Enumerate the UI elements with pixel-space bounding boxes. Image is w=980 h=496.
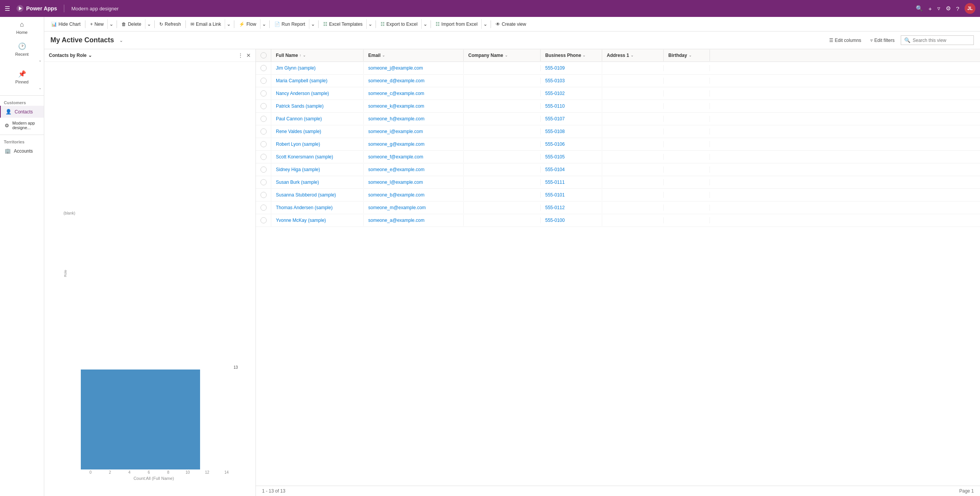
col-header-fullname[interactable]: Full Name ↑ ⌄ xyxy=(271,50,364,61)
row-radio-cell[interactable] xyxy=(256,62,271,74)
cell-email[interactable]: someone_f@example.com xyxy=(364,151,464,163)
cell-fullname[interactable]: Rene Valdes (sample) xyxy=(271,126,364,137)
new-dropdown[interactable]: ⌄ xyxy=(107,19,115,29)
row-radio[interactable] xyxy=(260,179,267,185)
cell-phone[interactable]: 555-0102 xyxy=(541,88,602,99)
help-icon[interactable]: ? xyxy=(956,5,959,12)
header-radio[interactable] xyxy=(260,52,267,58)
cell-email[interactable]: someone_k@example.com xyxy=(364,100,464,112)
cell-phone[interactable]: 555-0106 xyxy=(541,138,602,150)
row-radio[interactable] xyxy=(260,205,267,211)
chart-bar[interactable] xyxy=(81,370,200,469)
row-radio-cell[interactable] xyxy=(256,75,271,87)
add-icon[interactable]: + xyxy=(928,5,932,12)
cell-phone[interactable]: 555-0100 xyxy=(541,215,602,226)
hamburger-icon[interactable]: ☰ xyxy=(5,5,10,12)
cell-email[interactable]: someone_b@example.com xyxy=(364,189,464,201)
row-radio[interactable] xyxy=(260,65,267,71)
cell-email[interactable]: someone_i@example.com xyxy=(364,126,464,137)
refresh-button[interactable]: ↻ Refresh xyxy=(156,20,184,29)
row-radio-cell[interactable] xyxy=(256,113,271,125)
filter-icon[interactable]: ▿ xyxy=(937,5,940,12)
cell-phone[interactable]: 555-0105 xyxy=(541,151,602,163)
cell-fullname[interactable]: Paul Cannon (sample) xyxy=(271,113,364,125)
run-report-dropdown[interactable]: ⌄ xyxy=(309,19,317,29)
cell-fullname[interactable]: Patrick Sands (sample) xyxy=(271,100,364,112)
cell-fullname[interactable]: Susan Burk (sample) xyxy=(271,176,364,188)
row-radio[interactable] xyxy=(260,141,267,147)
row-radio[interactable] xyxy=(260,116,267,122)
flow-button[interactable]: ⚡ Flow xyxy=(236,20,259,29)
row-radio[interactable] xyxy=(260,154,267,160)
cell-phone[interactable]: 555-0101 xyxy=(541,189,602,201)
chart-close-button[interactable]: ✕ xyxy=(246,52,251,58)
delete-button[interactable]: 🗑 Delete xyxy=(119,20,144,29)
cell-email[interactable]: someone_e@example.com xyxy=(364,164,464,175)
row-radio-cell[interactable] xyxy=(256,176,271,188)
cell-email[interactable]: someone_d@example.com xyxy=(364,75,464,87)
cell-fullname[interactable]: Nancy Anderson (sample) xyxy=(271,88,364,99)
cell-fullname[interactable]: Thomas Andersen (sample) xyxy=(271,202,364,213)
sidebar-item-accounts[interactable]: 🏢 Accounts xyxy=(0,145,44,157)
hide-chart-button[interactable]: 📊 Hide Chart xyxy=(48,20,83,29)
col-header-birthday[interactable]: Birthday ⌄ xyxy=(664,50,710,61)
sidebar-item-modern-app[interactable]: ⚙ Modern app designe... xyxy=(0,118,44,133)
cell-phone[interactable]: 555-0103 xyxy=(541,75,602,87)
col-header-address[interactable]: Address 1 ⌄ xyxy=(602,50,664,61)
search-icon[interactable]: 🔍 xyxy=(916,5,923,12)
cell-fullname[interactable]: Sidney Higa (sample) xyxy=(271,164,364,175)
cell-email[interactable]: someone_a@example.com xyxy=(364,215,464,226)
cell-fullname[interactable]: Robert Lyon (sample) xyxy=(271,138,364,150)
row-radio-cell[interactable] xyxy=(256,125,271,138)
row-radio[interactable] xyxy=(260,90,267,97)
email-dropdown[interactable]: ⌄ xyxy=(225,19,232,29)
cell-fullname[interactable]: Jim Glynn (sample) xyxy=(271,62,364,74)
cell-phone[interactable]: 555-0112 xyxy=(541,202,602,213)
row-radio[interactable] xyxy=(260,166,267,173)
export-dropdown[interactable]: ⌄ xyxy=(421,19,429,29)
row-radio-cell[interactable] xyxy=(256,87,271,100)
create-view-button[interactable]: 👁 Create view xyxy=(493,20,529,29)
cell-email[interactable]: someone_h@example.com xyxy=(364,113,464,125)
cell-email[interactable]: someone_c@example.com xyxy=(364,88,464,99)
sidebar-item-recent[interactable]: 🕑 Recent ⌄ xyxy=(0,38,44,66)
row-radio-cell[interactable] xyxy=(256,201,271,214)
cell-email[interactable]: someone_l@example.com xyxy=(364,176,464,188)
flow-dropdown[interactable]: ⌄ xyxy=(260,19,268,29)
excel-templates-dropdown[interactable]: ⌄ xyxy=(366,19,374,29)
cell-fullname[interactable]: Maria Campbell (sample) xyxy=(271,75,364,87)
search-box[interactable]: 🔍 xyxy=(901,35,974,45)
row-radio-cell[interactable] xyxy=(256,151,271,163)
edit-filters-button[interactable]: ▿ Edit filters xyxy=(867,36,898,45)
view-title-caret[interactable]: ⌄ xyxy=(119,38,123,43)
cell-fullname[interactable]: Scott Konersmann (sample) xyxy=(271,151,364,163)
row-radio-cell[interactable] xyxy=(256,214,271,226)
sidebar-item-pinned[interactable]: 📌 Pinned ⌄ xyxy=(0,66,44,94)
row-radio[interactable] xyxy=(260,217,267,223)
email-link-button[interactable]: ✉ Email a Link xyxy=(187,20,224,29)
run-report-button[interactable]: 📄 Run Report xyxy=(271,20,308,29)
delete-dropdown[interactable]: ⌄ xyxy=(145,19,153,29)
row-radio-cell[interactable] xyxy=(256,138,271,150)
cell-email[interactable]: someone_g@example.com xyxy=(364,138,464,150)
edit-columns-button[interactable]: ☰ Edit columns xyxy=(826,36,865,45)
col-header-phone[interactable]: Business Phone ⌄ xyxy=(541,50,602,61)
sidebar-item-contacts[interactable]: 👤 Contacts xyxy=(0,106,44,118)
row-radio[interactable] xyxy=(260,192,267,198)
cell-phone[interactable]: 555-0110 xyxy=(541,100,602,112)
search-input[interactable] xyxy=(913,38,970,43)
cell-phone[interactable]: 555-0108 xyxy=(541,126,602,137)
row-radio-cell[interactable] xyxy=(256,189,271,201)
col-header-company[interactable]: Company Name ⌄ xyxy=(464,50,541,61)
avatar[interactable]: JL xyxy=(965,3,975,14)
row-radio-cell[interactable] xyxy=(256,163,271,176)
import-dropdown[interactable]: ⌄ xyxy=(481,19,489,29)
cell-fullname[interactable]: Yvonne McKay (sample) xyxy=(271,215,364,226)
cell-email[interactable]: someone_m@example.com xyxy=(364,202,464,213)
excel-templates-button[interactable]: ☷ Excel Templates xyxy=(320,20,366,29)
row-radio[interactable] xyxy=(260,78,267,84)
export-excel-button[interactable]: ☷ Export to Excel xyxy=(377,20,421,29)
cell-phone[interactable]: 555-0111 xyxy=(541,176,602,188)
cell-fullname[interactable]: Susanna Stubberod (sample) xyxy=(271,189,364,201)
col-header-email[interactable]: Email ⌄ xyxy=(364,50,464,61)
